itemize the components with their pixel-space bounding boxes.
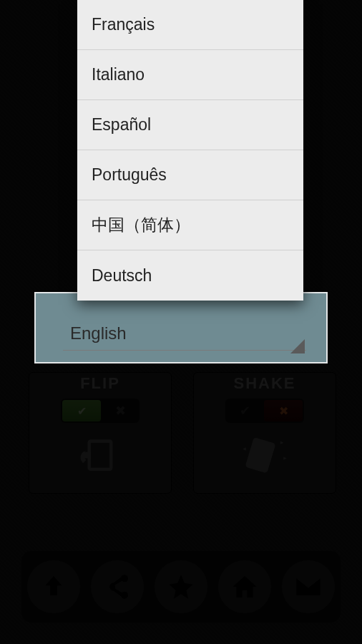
- language-option[interactable]: Italiano: [77, 50, 303, 100]
- language-dropdown: FrançaisItalianoEspañolPortuguês中国（简体）De…: [77, 0, 303, 301]
- chevron-down-icon: [290, 339, 305, 353]
- language-select-open[interactable]: English: [34, 292, 328, 364]
- language-option[interactable]: Português: [77, 150, 303, 200]
- language-option[interactable]: Français: [77, 0, 303, 50]
- language-option[interactable]: Deutsch: [77, 250, 303, 301]
- language-select-value: English: [70, 323, 127, 343]
- language-option[interactable]: 中国（简体）: [77, 200, 303, 250]
- language-option[interactable]: Español: [77, 100, 303, 150]
